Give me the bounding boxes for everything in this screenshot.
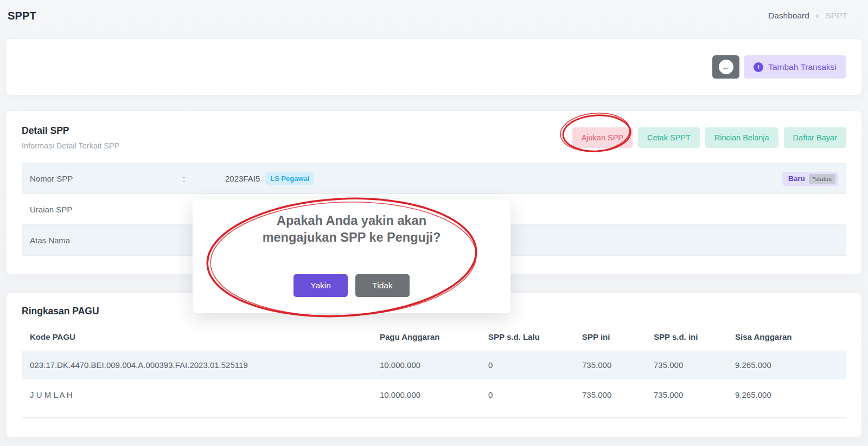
tambah-transaksi-label: Tambah Transaksi [768,62,837,72]
tambah-transaksi-button[interactable]: + Tambah Transaksi [744,55,846,79]
col-spp-sd-ini: SPP s.d. ini [654,332,735,341]
detail-title: Detail SPP [22,125,119,137]
cell-spp-ini: 735.000 [582,390,654,399]
divider [22,417,846,418]
cell-kode: 023.17.DK.4470.BEI.009.004.A.000393.FAI.… [22,360,380,370]
ajukan-spp-button[interactable]: Ajukan SPP [572,127,633,148]
yakin-button[interactable]: Yakin [293,274,348,297]
table-row-jumlah: J U M L A H 10.000.000 0 735.000 735.000… [22,379,846,410]
col-sisa-anggaran: Sisa Anggaran [735,332,846,341]
col-pagu-anggaran: Pagu Anggaran [380,332,488,341]
col-spp-ini: SPP ini [582,332,654,341]
back-button[interactable]: ← [712,55,739,79]
row-separator: : [183,174,225,183]
top-header: SPPT Dashboard › SPPT [0,0,868,31]
row-label: Nomor SPP [30,174,183,183]
cell-spp-sd-ini: 735.000 [654,390,735,399]
cell-spp-lalu: 0 [488,390,582,399]
confirm-dialog: Apakah Anda yakin akan mengajukan SPP ke… [193,199,510,313]
tidak-button[interactable]: Tidak [355,274,410,297]
confirm-message: Apakah Anda yakin akan mengajukan SPP ke… [193,212,510,245]
nomor-spp-value: 2023FAI5 [225,174,260,183]
cell-pagu: 10.000.000 [380,360,488,370]
back-arrow-icon: ← [719,60,733,74]
cetak-sppt-button[interactable]: Cetak SPPT [638,127,700,148]
detail-actions: Ajukan SPP Cetak SPPT Rincian Belanja Da… [572,127,846,148]
breadcrumb: Dashboard › SPPT [768,10,847,21]
col-kode-pagu: Kode PAGU [22,332,380,341]
ls-pegawai-badge: LS Pegawai [265,172,314,185]
plus-icon: + [754,62,763,72]
confirm-message-line1: Apakah Anda yakin akan [193,212,510,229]
ringkasan-pagu-card: Ringkasan PAGU Kode PAGU Pagu Anggaran S… [7,293,861,437]
cell-kode: J U M L A H [22,390,380,399]
cell-sisa: 9.265.000 [735,390,846,399]
cell-spp-sd-ini: 735.000 [654,360,735,370]
cell-sisa: 9.265.000 [735,360,846,370]
rincian-belanja-button[interactable]: Rincian Belanja [705,127,778,148]
status-badge: Baru *status [782,172,838,186]
status-value: Baru [788,174,805,183]
daftar-bayar-button[interactable]: Daftar Bayar [784,127,846,148]
breadcrumb-dashboard[interactable]: Dashboard [768,11,809,21]
chevron-right-icon: › [816,10,819,21]
pagu-header-row: Kode PAGU Pagu Anggaran SPP s.d. Lalu SP… [22,322,846,351]
cell-pagu: 10.000.000 [380,390,488,399]
cell-spp-lalu: 0 [488,360,582,370]
row-label: Atas Nama [30,236,183,245]
detail-heading: Detail SPP Informasi Detail Terkait SPP [22,125,119,150]
page-title: SPPT [8,10,36,22]
confirm-message-line2: mengajukan SPP ke Penguji? [193,229,510,246]
cell-spp-ini: 735.000 [582,360,654,370]
toolbar-card: ← + Tambah Transaksi [7,39,861,95]
breadcrumb-current: SPPT [826,11,847,21]
row-label: Uraian SPP [30,205,183,214]
row-nomor-spp: Nomor SPP : 2023FAI5 LS Pegawai Baru *st… [22,163,846,194]
col-spp-sd-lalu: SPP s.d. Lalu [488,332,582,341]
detail-subtitle: Informasi Detail Terkait SPP [22,141,119,150]
table-row: 023.17.DK.4470.BEI.009.004.A.000393.FAI.… [22,351,846,379]
pagu-table: Kode PAGU Pagu Anggaran SPP s.d. Lalu SP… [22,322,846,410]
status-note: *status [809,174,835,184]
